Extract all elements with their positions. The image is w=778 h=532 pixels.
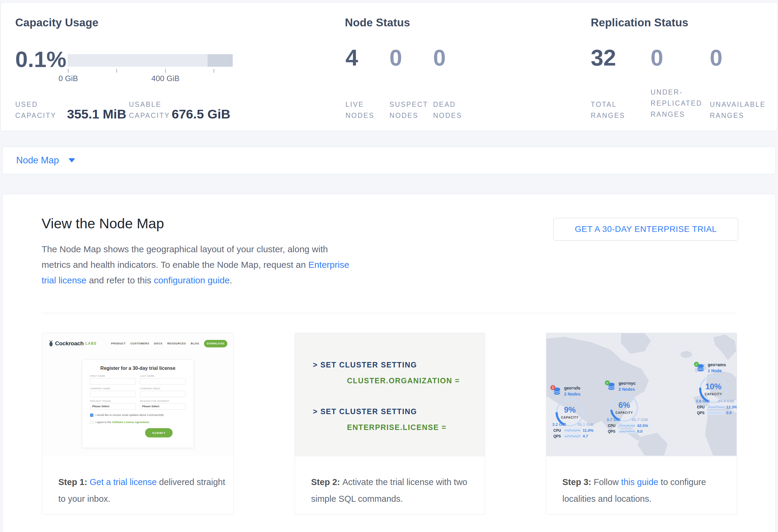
cpu-row: CPU 11.0% xyxy=(553,428,594,433)
form-title: Register for a 30-day trial license xyxy=(90,366,186,371)
trial-license-form: Register for a 30-day trial license FIRS… xyxy=(82,359,194,448)
cluster-overview-page: { "colors": { "accent_blue": "#2e7df6", … xyxy=(0,0,778,532)
sparkline xyxy=(564,429,581,432)
cluster-summary-panel: Capacity Usage 0.1% 0 GiB 400 GiB USED C… xyxy=(1,2,777,131)
cpu-row: CPU 42.5% xyxy=(608,424,648,428)
capacity-bar-end-segment xyxy=(208,54,233,67)
get-trial-license-link[interactable]: Get a trial license xyxy=(90,477,157,487)
download-pill-button: DOWNLOAD xyxy=(204,340,227,348)
step-1-caption: Step 1: Get a trial license delivered st… xyxy=(42,456,233,507)
step-3-card: 1 geo=sfo 2 Nodes 9% CAPACITY 3.2 GiB 35… xyxy=(546,333,737,515)
brand-name: Cockroach xyxy=(55,340,84,347)
replication-status-title: Replication Status xyxy=(591,16,688,29)
live-nodes-label: LIVENODES xyxy=(345,99,375,121)
project-phase-select: Please Select xyxy=(90,403,136,409)
under-replicated-ranges-count: 0 xyxy=(650,45,663,71)
capacity-label: CAPACITY xyxy=(698,393,728,396)
field-label: REASON FOR INTEREST xyxy=(140,400,186,402)
software-license-agreement-link: Software License Agreement. xyxy=(112,421,150,424)
node-map-dropdown-label: Node Map xyxy=(16,155,59,166)
configuration-guide-link[interactable]: configuration guide xyxy=(154,275,230,285)
total-ranges-label: TOTALRANGES xyxy=(591,99,625,121)
live-nodes-count: 4 xyxy=(345,45,358,71)
nav-item: CUSTOMERS xyxy=(131,342,149,345)
nav-item: PRODUCT xyxy=(111,342,126,345)
sparkline xyxy=(619,424,635,428)
sql-setting-line: ENTERPRISE.LICENSE = xyxy=(347,423,485,432)
capacity-values: 3.7 GiB 65.7 GiB xyxy=(607,417,648,422)
reason-for-interest-select: Please Select xyxy=(140,403,186,409)
sql-setting-line: CLUSTER.ORGANIZATION = xyxy=(347,376,485,385)
healthy-badge: ✓ xyxy=(605,380,610,385)
field-label: FIRST NAME xyxy=(90,375,136,377)
sql-commands-illustration: > SET CLUSTER SETTING CLUSTER.ORGANIZATI… xyxy=(295,333,485,456)
node-status-title: Node Status xyxy=(345,16,410,29)
section-divider xyxy=(42,313,737,313)
capacity-usage-bar xyxy=(68,54,233,67)
get-enterprise-trial-button[interactable]: GET A 30-DAY ENTERPRISE TRIAL xyxy=(553,218,738,241)
capacity-label: CAPACITY xyxy=(609,411,639,414)
node-count: 2 Nodes xyxy=(564,392,580,396)
brand-suffix: LABS xyxy=(86,341,97,346)
email-updates-checkbox-row: ✓ I would like to receive email updates … xyxy=(90,413,186,417)
unavailable-ranges-label: UNAVAILABLERANGES xyxy=(710,99,766,121)
cpu-row: CPU 12.3% xyxy=(697,405,737,409)
checkbox-checked-icon: ✓ xyxy=(90,413,93,417)
node-map-intro-panel: View the Node Map The Node Map shows the… xyxy=(2,194,776,532)
healthy-badge: ✓ xyxy=(694,362,699,367)
this-guide-link[interactable]: this guide xyxy=(621,477,658,487)
chevron-down-icon xyxy=(69,158,75,162)
enterprise-trial-license-link[interactable]: Enterprise xyxy=(308,260,349,270)
view-selector-bar: Node Map xyxy=(2,147,776,174)
dead-nodes-label: DEADNODES xyxy=(433,99,462,121)
field-label: COMPANY NAME xyxy=(90,387,136,390)
step-2-caption: Step 2: Activate the trial license with … xyxy=(295,456,485,507)
node-count: 1 Node xyxy=(708,368,722,373)
license-agreement-checkbox-row: I agree to the Software License Agreemen… xyxy=(90,421,186,424)
suspect-nodes-count: 0 xyxy=(389,45,402,71)
submit-pill-button: SUBMIT xyxy=(145,428,173,438)
last-name-field xyxy=(140,378,186,384)
dead-nodes-count: 0 xyxy=(433,45,446,71)
axis-tick xyxy=(214,69,214,73)
company-name-field xyxy=(90,391,136,397)
screenshot-site-nav: PRODUCT CUSTOMERS DOCS RESOURCES BLOG xyxy=(111,342,199,345)
usable-capacity-label: USABLE CAPACITY xyxy=(129,99,170,121)
sql-prompt-line: > SET CLUSTER SETTING xyxy=(313,407,485,416)
page-title: View the Node Map xyxy=(42,215,164,232)
capacity-percent: 10% xyxy=(698,382,728,391)
sparkline xyxy=(708,411,724,415)
map-node-sfo: 1 geo=sfo 2 Nodes 9% CAPACITY 3.2 GiB 35… xyxy=(550,386,595,441)
first-name-field xyxy=(90,378,136,384)
unavailable-ranges-count: 0 xyxy=(710,45,722,71)
error-badge: 1 xyxy=(550,385,555,390)
used-capacity-value: 355.1 MiB xyxy=(67,107,126,122)
sparkline xyxy=(708,405,724,409)
capacity-percent: 6% xyxy=(609,401,639,410)
capacity-values: 3.2 GiB 35.1 GiB xyxy=(552,422,594,427)
axis-tick xyxy=(68,69,69,73)
qps-row: QPS 0.0 xyxy=(608,429,642,434)
field-label: PROJECT PHASE xyxy=(90,400,136,402)
capacity-usage-title: Capacity Usage xyxy=(15,16,98,29)
qps-row: QPS 0.0 xyxy=(697,410,732,415)
nav-item: RESOURCES xyxy=(167,342,186,345)
capacity-percent: 9% xyxy=(555,405,585,415)
enterprise-trial-license-link[interactable]: trial license xyxy=(42,275,86,285)
step-3-caption: Step 3: Follow this guide to configure l… xyxy=(546,456,737,507)
axis-tick-label: 0 GiB xyxy=(58,74,78,83)
sparkline xyxy=(619,429,635,433)
screenshot-site-header: Cockroach LABS PRODUCT CUSTOMERS DOCS RE… xyxy=(49,336,227,351)
used-capacity-label: USED CAPACITY xyxy=(15,99,56,121)
locality-name: geo=sfo xyxy=(564,386,580,390)
qps-row: QPS 4.7 xyxy=(553,434,588,438)
axis-tick xyxy=(116,69,117,73)
step-1-card: Cockroach LABS PRODUCT CUSTOMERS DOCS RE… xyxy=(42,333,234,515)
sql-prompt-line: > SET CLUSTER SETTING xyxy=(313,361,485,369)
company-email-field xyxy=(140,391,186,397)
total-ranges-count: 32 xyxy=(591,45,616,71)
node-map-dropdown[interactable]: Node Map xyxy=(16,147,75,174)
node-map-description: The Node Map shows the geographical layo… xyxy=(42,241,349,288)
capacity-used-percent: 0.1% xyxy=(15,47,66,72)
node-map-preview: 1 geo=sfo 2 Nodes 9% CAPACITY 3.2 GiB 35… xyxy=(546,333,737,456)
